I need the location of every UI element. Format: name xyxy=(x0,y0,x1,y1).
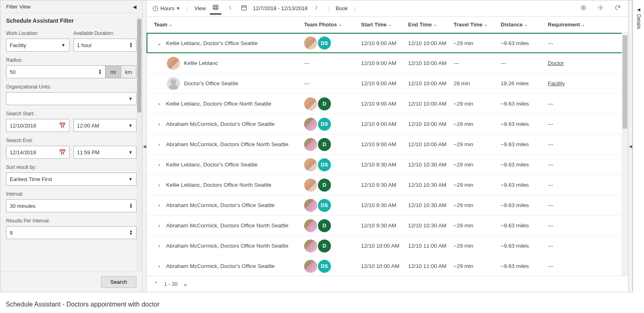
table-row[interactable]: Doctor's Office Seattle---12/10 9:00 AM1… xyxy=(147,73,628,94)
pager-down[interactable]: ⌄ xyxy=(183,281,188,287)
team-name: Kellie Leblanc, Doctors Office North Sea… xyxy=(166,101,271,107)
expand-icon[interactable]: › xyxy=(154,141,164,147)
travel-time-cell: --- xyxy=(450,60,497,66)
search-end-time[interactable]: 11:59 PM ▼ xyxy=(73,146,137,159)
visibility-button[interactable] xyxy=(579,3,588,14)
table-row[interactable]: ›Abraham McCormick, Doctors Office North… xyxy=(147,216,628,236)
requirement-cell: --- xyxy=(545,222,593,229)
sort-select[interactable]: Earliest Time First ▼ xyxy=(6,173,136,186)
filter-scrollbar[interactable] xyxy=(136,17,142,272)
col-travel-time[interactable]: Travel Time⌄ xyxy=(450,22,497,28)
expand-icon[interactable]: › xyxy=(154,222,164,229)
prev-button[interactable] xyxy=(225,3,235,14)
settings-button[interactable] xyxy=(596,3,605,14)
table-scrollbar[interactable] xyxy=(622,33,628,276)
distance-cell: ~9.63 miles xyxy=(497,263,545,269)
expand-icon[interactable]: › xyxy=(154,121,164,127)
table-row[interactable]: ›Kellie Leblanc, Doctors Office North Se… xyxy=(147,175,628,195)
expand-icon[interactable]: › xyxy=(154,243,164,249)
spinner-icon: ▲▼ xyxy=(129,203,133,209)
travel-time-cell: ~29 min xyxy=(450,222,497,229)
available-duration-stepper[interactable]: 1 hour ▲▼ xyxy=(73,39,137,52)
table-row[interactable]: Kellie Leblanc---12/10 9:00 AM12/10 10:0… xyxy=(147,53,628,73)
col-team-photos[interactable]: Team Photos⌄ xyxy=(301,22,358,28)
table-row[interactable]: ›Abraham McCormick, Doctors Office North… xyxy=(147,236,628,256)
search-button[interactable]: Search xyxy=(101,276,136,288)
book-button[interactable]: Book xyxy=(336,5,348,11)
work-location-value: Facility xyxy=(10,42,26,48)
team-name: Doctor's Office Seattle xyxy=(184,80,238,86)
start-time-cell: 12/10 9:30 AM xyxy=(358,222,405,229)
clock-icon xyxy=(152,5,159,12)
distance-cell: ~9.63 miles xyxy=(497,141,545,147)
unit-mi-toggle[interactable]: mi xyxy=(106,65,121,78)
table-row[interactable]: ›Kellie Leblanc, Doctor's Office Seattle… xyxy=(147,155,628,175)
table-body: ⌄Kellie Leblanc, Doctor's Office Seattle… xyxy=(147,33,628,276)
chevron-left-icon xyxy=(227,4,233,11)
table-row[interactable]: ›Abraham McCormick, Doctors Office North… xyxy=(147,134,628,155)
right-resize-handle[interactable]: ◀ xyxy=(628,0,632,292)
table-row[interactable]: ›Abraham McCormick, Doctor's Office Seat… xyxy=(147,195,628,216)
col-distance[interactable]: Distance⌄ xyxy=(497,22,545,28)
collapse-icon[interactable]: ⌄ xyxy=(154,40,164,46)
requirement-cell[interactable]: Facility xyxy=(545,80,593,86)
hours-dropdown[interactable]: Hours ▼ xyxy=(152,5,180,12)
results-per-interval-stepper[interactable]: 9 ▲▼ xyxy=(6,226,136,239)
chevron-left-icon: ◀ xyxy=(637,7,640,12)
col-end-time[interactable]: End Time⌄ xyxy=(405,22,450,28)
distance-cell: ~9.63 miles xyxy=(497,243,545,249)
collapse-left-icon[interactable]: ◀ xyxy=(133,4,136,10)
unit-km-toggle[interactable]: km xyxy=(121,65,136,78)
search-start-date[interactable]: 12/10/2018 📅 xyxy=(6,119,69,132)
table-row[interactable]: ›Kellie Leblanc, Doctors Office North Se… xyxy=(147,94,628,114)
expand-icon[interactable]: › xyxy=(154,101,164,107)
table-row[interactable]: ⌄Kellie Leblanc, Doctor's Office Seattle… xyxy=(147,33,628,53)
interval-stepper[interactable]: 30 minutes ▲▼ xyxy=(6,199,136,212)
sort-icon: ⌄ xyxy=(388,22,391,27)
search-start-time[interactable]: 12:00 AM ▼ xyxy=(73,119,137,132)
radius-input[interactable]: 50 ▲▼ xyxy=(6,65,106,78)
expand-icon[interactable]: › xyxy=(154,202,164,208)
start-time-cell: 12/10 9:30 AM xyxy=(358,202,405,208)
next-button[interactable] xyxy=(311,3,321,14)
requirement-cell: --- xyxy=(545,263,593,269)
table-header: Team⌄ Team Photos⌄ Start Time⌄ End Time⌄… xyxy=(147,17,628,33)
left-resize-handle[interactable]: ◀ xyxy=(143,0,147,292)
expand-icon[interactable]: › xyxy=(154,182,164,188)
expand-icon[interactable]: › xyxy=(154,263,164,269)
refresh-button[interactable] xyxy=(613,3,622,14)
table-row[interactable]: ›Abraham McCormick, Doctor's Office Seat… xyxy=(147,256,628,276)
requirement-cell: --- xyxy=(545,182,593,188)
col-requirement[interactable]: Requirement⌄ xyxy=(545,22,593,28)
table-row[interactable]: ›Abraham McCormick, Doctor's Office Seat… xyxy=(147,114,628,134)
search-end-time-value: 11:59 PM xyxy=(77,149,100,155)
work-location-select[interactable]: Facility ▼ xyxy=(6,39,69,52)
toolbar: Hours ▼ | View 12/7/2018 - 12/13/2018 | … xyxy=(147,0,628,17)
svg-rect-2 xyxy=(242,6,246,10)
pager: ⌃ 1 - 30 ⌄ xyxy=(147,276,628,292)
requirement-cell: --- xyxy=(545,40,593,46)
end-time-cell: 12/10 10:00 AM xyxy=(405,141,450,147)
requirement-cell[interactable]: Doctor xyxy=(545,60,593,66)
travel-time-cell: ~29 min xyxy=(450,243,497,249)
search-end-date[interactable]: 12/14/2018 📅 xyxy=(6,146,69,159)
col-start-time[interactable]: Start Time⌄ xyxy=(358,22,405,28)
avatar xyxy=(304,97,317,110)
distance-cell: ~9.63 miles xyxy=(497,222,545,229)
col-team[interactable]: Team⌄ xyxy=(151,22,301,28)
grid-view-button[interactable] xyxy=(210,2,221,15)
calendar-button[interactable] xyxy=(239,3,249,14)
caret-down-icon: ▼ xyxy=(128,150,133,155)
end-time-cell: 12/10 11:00 AM xyxy=(405,243,450,249)
details-tab[interactable]: ◀ Details xyxy=(633,0,644,292)
end-time-cell: 12/10 10:00 AM xyxy=(405,80,450,86)
svg-point-4 xyxy=(600,7,601,9)
spinner-icon: ▲▼ xyxy=(129,230,133,235)
expand-icon[interactable]: › xyxy=(154,162,164,168)
caret-down-icon: ▼ xyxy=(176,6,180,11)
team-name: Kellie Leblanc, Doctor's Office Seattle xyxy=(166,162,257,168)
org-units-select[interactable]: ▼ xyxy=(6,92,136,105)
distance-cell: ~9.63 miles xyxy=(497,182,545,188)
pager-up[interactable]: ⌃ xyxy=(154,281,158,287)
caret-down-icon: ▼ xyxy=(128,177,133,181)
